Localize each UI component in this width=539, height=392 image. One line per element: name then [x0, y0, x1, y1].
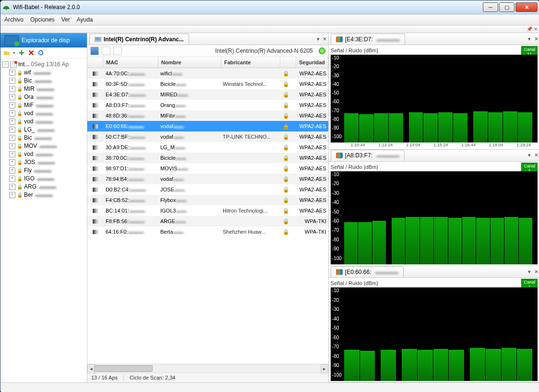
expand-icon[interactable]: +	[9, 135, 15, 141]
window-title: Wifi-Babel - Release 2.0.0	[13, 4, 482, 11]
minimize-button[interactable]: ─	[483, 2, 498, 12]
expand-icon[interactable]: −	[2, 61, 9, 68]
lock-icon: 🔒	[17, 150, 23, 158]
signal-icon	[87, 103, 103, 107]
tab-close-icon[interactable]: ✕	[533, 269, 539, 275]
expand-icon[interactable]: +	[9, 110, 15, 117]
expand-icon[interactable]: +	[9, 184, 15, 190]
center-statusbar: 13 / 16 Aps Ciclo de Scan: 2,34	[87, 372, 328, 382]
lock-icon: 🔒	[278, 218, 294, 225]
tab-menu-icon[interactable]: ▾	[526, 152, 533, 158]
menu-file[interactable]: Archivo	[4, 16, 24, 23]
scroll-thumb[interactable]	[94, 365, 153, 372]
tree-item[interactable]: +🔒Bic▬▬▬	[1, 77, 86, 85]
expand-icon[interactable]: +	[9, 192, 15, 198]
tab-menu-icon[interactable]: ▾	[315, 36, 322, 42]
table-row[interactable]: A8:D3:F7:▬▬▬Orang▬▬🔒WPA2-AES	[87, 100, 328, 110]
expand-icon[interactable]: +	[9, 94, 15, 100]
tool-icon-3[interactable]	[113, 47, 122, 55]
tree-item[interactable]: +🔒LG_▬▬▬	[1, 126, 86, 134]
tree-item[interactable]: +🔒vod▬▬▬	[1, 150, 86, 158]
table-row[interactable]: 4A:70:0C:▬▬▬wificl▬▬🔒WPA2-AES	[87, 68, 328, 79]
tree-item[interactable]: +🔒MOV▬▬▬	[1, 142, 86, 150]
app-icon	[2, 3, 10, 11]
expand-icon[interactable]: +	[9, 119, 15, 125]
lock-icon: 🔒	[17, 191, 23, 199]
tree-item[interactable]: +🔒Bic▬▬▬	[1, 134, 86, 142]
tree-item[interactable]: +🔒vod▬▬▬	[1, 118, 86, 126]
table-row[interactable]: 48:8D:36:▬▬▬MiFibr▬▬🔒WPA2-AES	[87, 110, 328, 121]
signal-icon	[87, 82, 103, 86]
scroll-right-icon[interactable]: ►	[321, 364, 328, 373]
table-row[interactable]: 98:97:D1:▬▬▬MOVIS▬▬🔒WPA2-AES	[87, 163, 328, 174]
tab-menu-icon[interactable]: ▾	[526, 36, 533, 42]
x-axis: 1:10:441:12:241:14:041:15:241:16:441:18:…	[331, 143, 538, 148]
table-row[interactable]: F8:FB:56:▬▬▬ARGE▬▬🔒WPA-TKI	[87, 216, 328, 226]
chart-tab[interactable]: [E4:3E:D7:▬▬▬▬	[331, 34, 405, 45]
table-row[interactable]: 50:C7:BF:▬▬▬vodaf▬▬TP-LINK TECHNO...🔒WPA…	[87, 131, 328, 142]
expand-icon[interactable]: +	[9, 70, 15, 76]
table-row[interactable]: F4:CB:52:▬▬▬Flybox▬▬🔒WPA2-AES	[87, 195, 328, 205]
expand-icon[interactable]: +	[9, 159, 15, 166]
tree-item[interactable]: +🔒Fly▬▬▬	[1, 166, 86, 175]
signal-icon	[87, 219, 103, 224]
ap-grid[interactable]: 4A:70:0C:▬▬▬wificl▬▬🔒WPA2-AES80:3F:5D:▬▬…	[87, 68, 328, 364]
tool-icon-2[interactable]	[102, 47, 110, 55]
lock-icon: 🔒	[17, 109, 23, 118]
tree-item[interactable]: +🔒wif▬▬▬	[1, 69, 86, 77]
chart-tab[interactable]: [A8:D3:F7:▬▬▬▬	[331, 150, 405, 161]
close-button[interactable]: ✕	[515, 2, 538, 12]
expand-icon[interactable]: +	[9, 143, 15, 149]
table-row[interactable]: 80:3F:5D:▬▬▬Bicicle▬▬Winstars Technol...…	[87, 79, 328, 89]
chart-tab[interactable]: [E0:60:66:▬▬▬▬	[331, 266, 404, 277]
h-scrollbar[interactable]: ◄ ►	[87, 364, 328, 372]
grid-header[interactable]: MAC Nombre Fabricante Seguridad	[87, 57, 328, 68]
table-row[interactable]: BC:14:01:▬▬▬IGOL3▬▬Hitron Technologi...🔒…	[87, 205, 328, 216]
tree-item[interactable]: +🔒ARG▬▬▬	[1, 183, 86, 191]
expand-icon[interactable]: +	[9, 151, 15, 157]
titlebar[interactable]: Wifi-Babel - Release 2.0.0 ─ ▢ ✕	[0, 0, 539, 14]
tree-item[interactable]: +🔒vod▬▬▬	[1, 109, 86, 118]
tab-close-icon[interactable]: ✕	[322, 36, 328, 42]
pin-icon[interactable]: 📌	[527, 26, 532, 32]
tab-menu-icon[interactable]: ▾	[526, 269, 533, 275]
tree-item[interactable]: +🔒Ora▬▬▬	[1, 93, 86, 101]
menu-view[interactable]: Ver	[61, 16, 70, 23]
table-row[interactable]: 30:A9:DE:▬▬▬LG_M▬▬🔒WPA2-AES	[87, 142, 328, 153]
refresh-icon[interactable]	[37, 49, 44, 56]
lock-icon: 🔒	[278, 92, 294, 98]
tree-item[interactable]: +🔒IGO▬▬▬	[1, 175, 86, 183]
tab-close-icon[interactable]: ✕	[533, 36, 539, 42]
device-tree[interactable]: −Int... 0Seg 13/16 Ap+🔒wif▬▬▬+🔒Bic▬▬▬+🔒M…	[0, 59, 87, 382]
expand-icon[interactable]: +	[9, 167, 15, 174]
table-row[interactable]: E4:3E:D7:▬▬▬MIRED▬▬🔒WPA2-AES	[87, 89, 328, 100]
tab-close-icon[interactable]: ✕	[533, 152, 539, 158]
table-row[interactable]: 64:16:F0:▬▬▬Berta▬▬Shehzhen Huaw...🔒WPA-…	[87, 226, 328, 237]
expand-icon[interactable]: +	[9, 86, 15, 92]
delete-icon[interactable]	[28, 49, 35, 56]
tree-item[interactable]: +🔒Ber▬▬▬	[1, 191, 86, 199]
lock-icon: 🔒	[278, 229, 294, 235]
close-panel-icon[interactable]: ✕	[534, 26, 538, 32]
table-row[interactable]: 78:94:B4:▬▬▬vodaf▬▬🔒WPA2-AES	[87, 174, 328, 184]
tree-item[interactable]: +🔒MiF▬▬▬	[1, 101, 86, 109]
expand-icon[interactable]: +	[9, 127, 15, 133]
maximize-button[interactable]: ▢	[499, 2, 515, 12]
menu-help[interactable]: Ayuda	[77, 16, 93, 23]
tree-item[interactable]: +🔒MIR▬▬▬	[1, 85, 86, 93]
tab-adapter[interactable]: Intel(R) Centrino(R) Advanc...	[89, 34, 189, 45]
dropdown-icon[interactable]: ▾	[13, 50, 15, 55]
folder-icon[interactable]	[3, 49, 10, 56]
signal-icon	[87, 177, 103, 181]
expand-icon[interactable]: +	[9, 102, 15, 108]
expand-icon[interactable]: +	[9, 78, 15, 84]
table-row[interactable]: D0:B2:C4:▬▬▬JOSE▬▬🔒WPA2-AES	[87, 184, 328, 195]
expand-icon[interactable]: +	[9, 176, 15, 182]
tree-item[interactable]: +🔒JOS▬▬▬	[1, 158, 86, 166]
add-icon[interactable]	[18, 49, 25, 56]
save-icon[interactable]	[90, 47, 99, 55]
table-row[interactable]: 38:70:0C:▬▬▬Bicicle▬▬🔒WPA2-AES	[87, 153, 328, 163]
table-row[interactable]: E0:60:66:▬▬▬vodaf▬▬🔒WPA2-AES	[87, 121, 328, 131]
menu-options[interactable]: Opciones	[30, 16, 55, 23]
device-icon	[4, 35, 19, 46]
